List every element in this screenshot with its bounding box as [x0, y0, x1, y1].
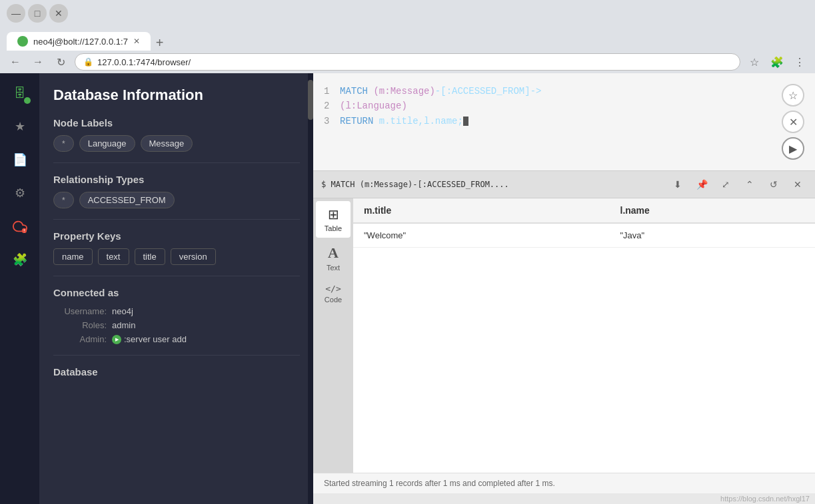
property-tag-title[interactable]: title: [135, 248, 165, 265]
results-toolbar: $ MATCH (m:Message)-[:ACCESSED_FROM.... …: [313, 171, 815, 198]
address-text: 127.0.0.1:7474/browser/: [97, 57, 732, 67]
tag-accessed-from-label: ACCESSED_FROM: [88, 195, 166, 205]
asterisk-icon-2: *: [62, 196, 65, 205]
new-tab-button[interactable]: +: [151, 35, 169, 51]
documents-button[interactable]: 📄: [7, 146, 33, 173]
favorites-button[interactable]: ★: [7, 113, 33, 140]
property-keys-container: name text title version: [53, 248, 300, 265]
tag-message[interactable]: Message: [141, 135, 193, 152]
query-line-3: 3 RETURN m.title,l.name;: [324, 114, 774, 128]
database-section-heading: Database: [53, 366, 300, 378]
browser-tab[interactable]: neo4j@bolt://127.0.0.1:7 ✕: [7, 32, 151, 51]
minimize-button[interactable]: —: [7, 4, 25, 23]
roles-value: admin: [112, 320, 135, 330]
download-results-button[interactable]: ⬇: [668, 175, 687, 194]
divider-3: [53, 276, 300, 276]
tab-code[interactable]: </> Code: [316, 278, 351, 309]
line-num-2: 2: [324, 99, 332, 113]
tab-bar: neo4j@bolt://127.0.0.1:7 ✕ +: [0, 27, 815, 51]
forward-button[interactable]: →: [29, 53, 47, 71]
run-icon: ▶: [112, 335, 121, 344]
table-tab-label: Table: [325, 224, 342, 232]
tag-language-label: Language: [88, 138, 127, 148]
results-panel: $ MATCH (m:Message)-[:ACCESSED_FROM.... …: [313, 171, 815, 504]
results-body: ⊞ Table A Text </> Code: [313, 198, 815, 473]
tag-language[interactable]: Language: [79, 135, 135, 152]
roles-row: Roles: admin: [53, 320, 300, 330]
back-button[interactable]: ←: [7, 53, 24, 71]
plugins-button[interactable]: 🧩: [7, 246, 33, 273]
menu-button[interactable]: ⋮: [791, 53, 808, 71]
line1-content: MATCH (m:Message)-[:ACCESSED_FROM]->: [340, 84, 541, 99]
close-results-button[interactable]: ✕: [788, 175, 807, 194]
cloud-error-button[interactable]: [7, 213, 33, 240]
tag-message-label: Message: [149, 138, 185, 148]
admin-command[interactable]: :server user add: [124, 334, 187, 344]
app-container: 🗄 ★ 📄 ⚙ 🧩 Database Information Node Labe…: [0, 73, 815, 504]
pin-results-button[interactable]: 📌: [692, 175, 711, 194]
browser-chrome: — □ ✕ neo4j@bolt://127.0.0.1:7 ✕ + ← → ↻…: [0, 0, 815, 73]
cell-java: "Java": [610, 223, 816, 248]
tag-asterisk-2: *: [53, 192, 74, 208]
address-input[interactable]: 🔒 127.0.0.1:7474/browser/: [75, 53, 740, 71]
property-keys-section: Property Keys name text title version: [53, 230, 300, 265]
divider-4: [53, 355, 300, 356]
tab-title: neo4j@bolt://127.0.0.1:7: [33, 37, 128, 47]
watermark: https://blog.csdn.net/hxgl17: [313, 493, 815, 504]
divider-2: [53, 219, 300, 220]
text-tab-label: Text: [327, 264, 340, 272]
svg-point-0: [21, 228, 26, 233]
code-tab-label: Code: [325, 296, 342, 304]
property-keys-heading: Property Keys: [53, 230, 300, 242]
refresh-results-button[interactable]: ↺: [764, 175, 783, 194]
property-tag-version[interactable]: version: [171, 248, 216, 265]
browser-titlebar: — □ ✕: [0, 0, 815, 27]
tab-text[interactable]: A Text: [316, 239, 351, 277]
extensions-button[interactable]: 🧩: [768, 53, 786, 71]
tag-accessed-from[interactable]: ACCESSED_FROM: [79, 192, 175, 208]
cursor: [463, 117, 468, 126]
expand-results-button[interactable]: ⤢: [716, 175, 735, 194]
results-footer-text: Started streaming 1 records after 1 ms a…: [324, 479, 555, 488]
username-row: Username: neo4j: [53, 306, 300, 316]
code-icon: </>: [325, 284, 341, 294]
maximize-button[interactable]: □: [28, 4, 47, 23]
close-button[interactable]: ✕: [49, 4, 68, 23]
return-vars: m.title,l.name;: [379, 116, 463, 126]
neo4j-logo-button[interactable]: 🗄: [7, 80, 33, 107]
relationship-types-section: Relationship Types * ACCESSED_FROM: [53, 174, 300, 208]
admin-row: Admin: ▶ :server user add: [53, 334, 300, 344]
divider-1: [53, 162, 300, 163]
cloud-error-icon: [13, 219, 27, 234]
tab-table[interactable]: ⊞ Table: [316, 201, 351, 238]
tab-close-button[interactable]: ✕: [133, 37, 140, 46]
cell-welcome: "Welcome": [353, 223, 610, 248]
run-query-button[interactable]: ▶: [782, 137, 804, 160]
roles-label: Roles:: [53, 320, 107, 330]
text-icon: A: [328, 244, 339, 262]
favorite-query-button[interactable]: ☆: [782, 84, 804, 107]
column-m-title: m.title: [353, 198, 610, 223]
refresh-button[interactable]: ↻: [52, 53, 69, 71]
header-row: m.title l.name: [353, 198, 815, 223]
tab-favicon: [17, 36, 28, 47]
results-query-preview: $ MATCH (m:Message)-[:ACCESSED_FROM....: [321, 180, 663, 189]
results-table-area: m.title l.name "Welcome" "Java": [353, 198, 815, 473]
admin-label: Admin:: [53, 334, 107, 344]
query-line-2: 2 (l:Language): [324, 99, 774, 113]
property-tag-name[interactable]: name: [53, 248, 93, 265]
query-code[interactable]: 1 MATCH (m:Message)-[:ACCESSED_FROM]-> 2…: [324, 84, 774, 128]
property-tag-text[interactable]: text: [98, 248, 129, 265]
results-view-tabs: ⊞ Table A Text </> Code: [313, 198, 353, 473]
close-query-button[interactable]: ✕: [782, 111, 804, 133]
svg-point-2: [23, 232, 24, 232]
table-icon: ⊞: [328, 206, 339, 222]
keyword-match: MATCH: [340, 86, 373, 97]
collapse-results-button[interactable]: ⌃: [740, 175, 759, 194]
address-bar: ← → ↻ 🔒 127.0.0.1:7474/browser/ ☆ 🧩 ⋮: [0, 51, 815, 73]
connection-badge: [24, 97, 31, 104]
results-table: m.title l.name "Welcome" "Java": [353, 198, 815, 248]
bookmark-button[interactable]: ☆: [746, 53, 763, 71]
line-num-3: 3: [324, 114, 332, 128]
settings-button[interactable]: ⚙: [7, 180, 33, 206]
